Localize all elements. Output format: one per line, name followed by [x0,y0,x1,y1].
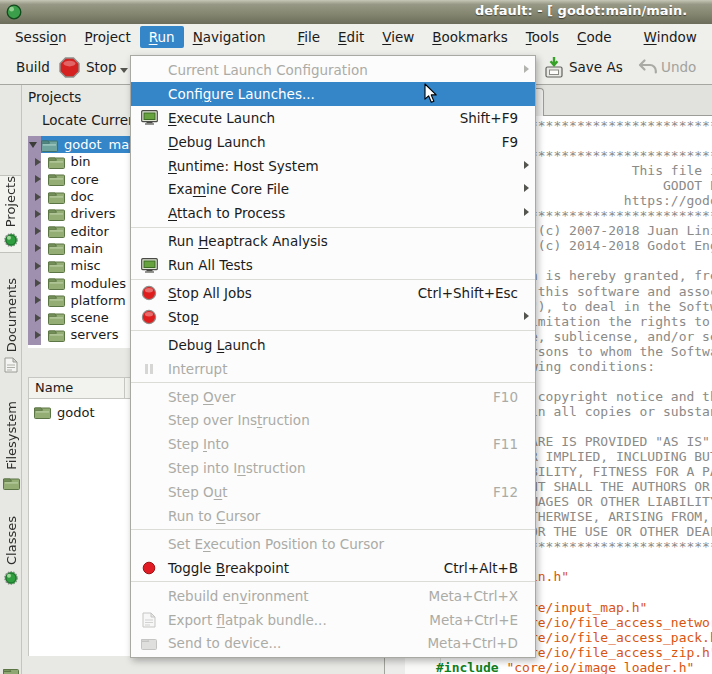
folder-icon [48,155,65,169]
tree-row-label: bin [71,154,91,169]
folder-icon [48,172,65,186]
folder-icon [48,276,65,290]
menubar-item-file[interactable]: File [288,26,329,48]
expander-closed-icon[interactable] [35,279,41,287]
menubar-item-session[interactable]: Session [6,26,76,48]
menu-item-interrupt[interactable]: Interrupt [131,357,535,381]
menubar-item-navigation[interactable]: Navigation [184,26,275,48]
tree-row-label: drivers [71,206,116,221]
expander-closed-icon[interactable] [35,331,41,339]
menu-item-configure-launches[interactable]: Configure Launches... [131,82,535,106]
stop-button[interactable]: Stop [86,59,117,75]
menubar-item-run[interactable]: Run [140,26,184,48]
expander-closed-icon[interactable] [35,210,41,218]
submenu-arrow-icon [524,208,529,216]
menu-item-shortcut: Shift+F9 [460,110,518,126]
menu-item-execute-launch[interactable]: Execute LaunchShift+F9 [131,106,535,130]
menu-item-step-into-instruction[interactable]: Step into Instruction [131,456,535,480]
menu-item-run-to-cursor[interactable]: Run to Cursor [131,504,535,528]
tree-row-label: core [71,172,99,187]
menu-item-step-over[interactable]: Step OverF10 [131,385,535,409]
expander-open-icon[interactable] [29,142,37,148]
menu-item-set-execution-position-to-cursor[interactable]: Set Execution Position to Cursor [131,532,535,556]
document-icon [4,357,18,377]
menu-item-export-flatpak-bundle[interactable]: Export flatpak bundle...Meta+Ctrl+E [131,608,535,632]
folder-icon [48,259,65,273]
menu-item-label: Step Over [168,389,236,405]
orb-icon [3,570,19,590]
sidebar-tab-documents[interactable]: Documents [0,278,22,377]
menu-item-label: Step over Instruction [168,412,310,428]
project-name: godot [57,405,95,420]
menu-item-step-out[interactable]: Step OutF12 [131,480,535,504]
menu-item-current-launch-configuration[interactable]: Current Launch Configuration [131,58,535,82]
submenu-arrow-icon [524,65,529,73]
folder-icon [48,241,65,255]
sidebar-tab-label: Filesystem [4,401,19,470]
menubar: SessionProjectRunNavigationFileEditViewB… [0,24,712,50]
menu-item-run-heaptrack-analysis[interactable]: Run Heaptrack Analysis [131,229,535,253]
expander-closed-icon[interactable] [35,193,41,201]
expander-closed-icon[interactable] [35,314,41,322]
expander-closed-icon[interactable] [35,227,41,235]
expander-closed-icon[interactable] [35,175,41,183]
menu-item-debug-launch[interactable]: Debug Launch [131,333,535,357]
undo-button[interactable]: Undo [661,59,696,75]
pause-icon [136,362,162,376]
menubar-item-project[interactable]: Project [76,26,140,48]
menu-item-step-into[interactable]: Step IntoF11 [131,432,535,456]
menu-item-label: Set Execution Position to Cursor [168,536,384,552]
stop-dropdown-caret-icon[interactable] [120,68,128,73]
menu-item-label: Configure Launches... [168,86,315,102]
menu-item-examine-core-file[interactable]: Examine Core File [131,177,535,201]
menubar-item-edit[interactable]: Edit [329,26,373,48]
menu-item-toggle-breakpoint[interactable]: Toggle BreakpointCtrl+Alt+B [131,556,535,580]
menu-item-label: Stop All Jobs [168,285,252,301]
sidebar-tab-projects[interactable]: Projects [0,175,22,253]
menubar-item-bookmarks[interactable]: Bookmarks [423,26,516,48]
menu-item-stop[interactable]: Stop [131,305,535,329]
menu-item-rebuild-environment[interactable]: Rebuild environmentMeta+Ctrl+X [131,584,535,608]
menu-item-run-all-tests[interactable]: Run All Tests [131,253,535,277]
save-as-button[interactable]: Save As [569,59,623,75]
menubar-item-window[interactable]: Window [635,26,706,48]
menu-item-label: Runtime: Host System [168,158,319,174]
breakpoint-icon [136,561,162,575]
menu-item-step-over-instruction[interactable]: Step over Instruction [131,408,535,432]
expander-closed-icon[interactable] [35,262,41,270]
expander-closed-icon[interactable] [35,158,41,166]
tree-row-label: misc [71,258,101,273]
menu-item-shortcut: F12 [493,484,518,500]
menu-item-stop-all-jobs[interactable]: Stop All JobsCtrl+Shift+Esc [131,281,535,305]
expander-closed-icon[interactable] [35,244,41,252]
sidebar-tab-filesystem[interactable]: Filesystem [0,401,22,494]
sidebar-tab-classes[interactable]: Classes [0,516,22,590]
column-divider[interactable] [124,378,125,398]
menu-item-shortcut: Meta+Ctrl+E [429,612,518,628]
sidebar-tab-label: Projects [3,176,18,227]
run-menu-popup: Current Launch ConfigurationConfigure La… [130,55,536,658]
menu-item-send-to-device[interactable]: Send to device...Meta+Ctrl+D [131,631,535,655]
projects-panel-title: Projects [28,89,81,105]
dock-tab-strip: ProjectsDocumentsFilesystemClasses [0,85,22,674]
folder-icon [48,328,65,342]
menu-item-label: Step Into [168,436,229,452]
menu-item-attach-to-process[interactable]: Attach to Process [131,201,535,225]
menu-item-shortcut: F11 [493,436,518,452]
menu-item-debug-launch[interactable]: Debug LaunchF9 [131,130,535,154]
expander-closed-icon[interactable] [35,296,41,304]
menu-item-runtime-host-system[interactable]: Runtime: Host System [131,154,535,178]
tree-row-label: modules [71,276,127,291]
menubar-item-settings[interactable]: Settings [706,26,712,48]
menubar-item-code[interactable]: Code [568,26,621,48]
sidebar-tab-label: Classes [4,516,19,565]
stop-icon [59,57,80,82]
monitor-icon [136,110,162,125]
code-line: #include "core/io/image_loader.h" [436,660,712,674]
menu-item-shortcut: Ctrl+Alt+B [444,560,518,576]
menu-item-shortcut: F10 [493,389,518,405]
tree-row-label: godot [64,137,102,152]
menubar-item-tools[interactable]: Tools [517,26,568,48]
build-button[interactable]: Build [16,59,50,75]
menubar-item-view[interactable]: View [373,26,423,48]
